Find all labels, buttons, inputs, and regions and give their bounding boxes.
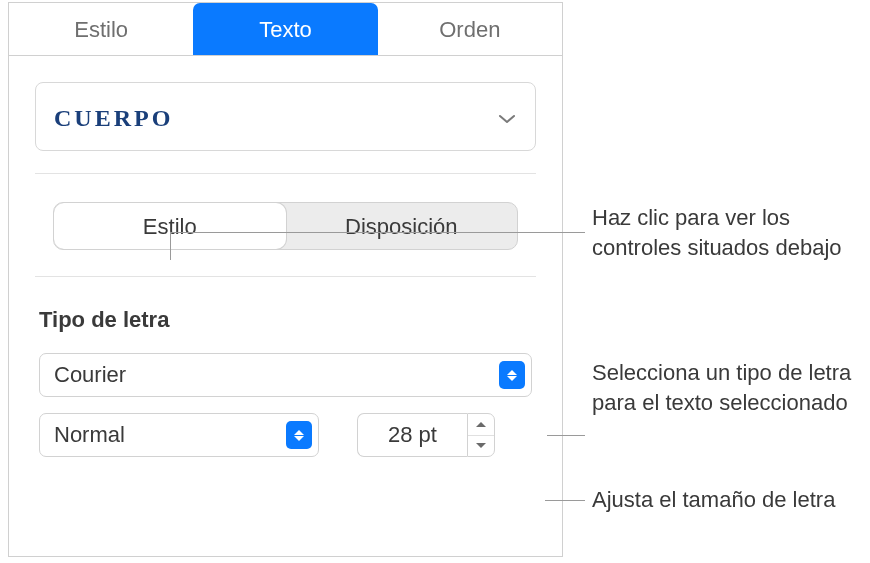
callout-leader (170, 232, 171, 260)
divider (35, 276, 536, 277)
callout-font-size: Ajusta el tamaño de letra (592, 485, 852, 515)
chevron-down-icon (497, 109, 517, 129)
tab-order[interactable]: Orden (378, 3, 562, 55)
font-weight-popup[interactable]: Normal (39, 413, 319, 457)
font-weight-value: Normal (54, 422, 286, 448)
font-family-popup[interactable]: Courier (39, 353, 532, 397)
paragraph-style-label: CUERPO (54, 105, 173, 132)
font-size-stepper (467, 413, 495, 457)
font-size-group (357, 413, 495, 457)
font-section-label: Tipo de letra (39, 307, 532, 333)
font-size-step-up[interactable] (468, 414, 494, 436)
callout-leader (170, 232, 585, 233)
inspector-tabs: Estilo Texto Orden (9, 3, 562, 56)
divider (35, 173, 536, 174)
subtab-layout[interactable]: Disposición (286, 203, 518, 249)
paragraph-style-popup[interactable]: CUERPO (35, 82, 536, 151)
popup-arrows-icon (286, 421, 312, 449)
callout-subtabs: Haz clic para ver los controles situados… (592, 203, 852, 262)
tab-style[interactable]: Estilo (9, 3, 193, 55)
font-size-step-down[interactable] (468, 436, 494, 457)
format-inspector-panel: Estilo Texto Orden CUERPO Estilo Disposi… (8, 2, 563, 557)
callout-leader (547, 435, 585, 436)
font-family-value: Courier (54, 362, 499, 388)
popup-arrows-icon (499, 361, 525, 389)
text-subtabs: Estilo Disposición (53, 202, 518, 250)
tab-text[interactable]: Texto (193, 3, 377, 55)
callout-leader (545, 500, 585, 501)
callout-font-family: Selecciona un tipo de letra para el text… (592, 358, 852, 417)
font-size-input[interactable] (357, 413, 467, 457)
